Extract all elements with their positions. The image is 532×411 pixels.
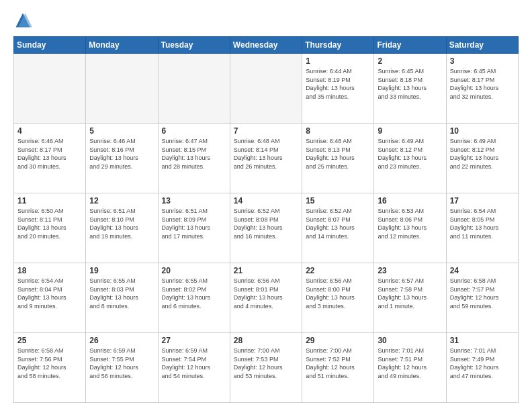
day-cell: 24Sunrise: 6:58 AM Sunset: 7:57 PM Dayli… (446, 263, 518, 333)
week-row-1: 1Sunrise: 6:44 AM Sunset: 8:19 PM Daylig… (14, 54, 519, 124)
day-cell (230, 54, 302, 124)
day-number: 17 (450, 196, 515, 205)
day-info: Sunrise: 7:01 AM Sunset: 7:49 PM Dayligh… (450, 347, 515, 380)
day-header-saturday: Saturday (446, 37, 518, 54)
day-cell: 31Sunrise: 7:01 AM Sunset: 7:49 PM Dayli… (446, 333, 518, 403)
day-info: Sunrise: 6:54 AM Sunset: 8:04 PM Dayligh… (17, 277, 82, 310)
day-cell: 11Sunrise: 6:50 AM Sunset: 8:11 PM Dayli… (14, 193, 86, 263)
day-cell: 20Sunrise: 6:55 AM Sunset: 8:02 PM Dayli… (158, 263, 230, 333)
day-number: 21 (234, 266, 298, 275)
day-number: 14 (234, 196, 298, 205)
day-info: Sunrise: 7:00 AM Sunset: 7:52 PM Dayligh… (306, 347, 370, 380)
calendar-header: SundayMondayTuesdayWednesdayThursdayFrid… (14, 37, 519, 54)
day-cell: 21Sunrise: 6:56 AM Sunset: 8:01 PM Dayli… (230, 263, 302, 333)
day-cell: 5Sunrise: 6:46 AM Sunset: 8:16 PM Daylig… (86, 124, 158, 193)
day-number: 19 (89, 266, 154, 275)
day-header-thursday: Thursday (302, 37, 374, 54)
day-info: Sunrise: 7:00 AM Sunset: 7:53 PM Dayligh… (234, 347, 298, 380)
day-cell: 13Sunrise: 6:51 AM Sunset: 8:09 PM Dayli… (158, 193, 230, 263)
day-number: 2 (378, 56, 442, 66)
day-cell: 10Sunrise: 6:49 AM Sunset: 8:12 PM Dayli… (446, 124, 518, 193)
day-number: 15 (306, 196, 370, 205)
day-info: Sunrise: 6:56 AM Sunset: 8:01 PM Dayligh… (234, 277, 298, 310)
day-info: Sunrise: 6:46 AM Sunset: 8:16 PM Dayligh… (89, 137, 154, 171)
day-info: Sunrise: 6:53 AM Sunset: 8:06 PM Dayligh… (378, 207, 442, 240)
day-cell: 8Sunrise: 6:48 AM Sunset: 8:13 PM Daylig… (302, 124, 374, 193)
header (13, 11, 519, 30)
day-number: 18 (17, 266, 82, 275)
day-info: Sunrise: 6:51 AM Sunset: 8:10 PM Dayligh… (89, 207, 154, 240)
day-cell: 19Sunrise: 6:55 AM Sunset: 8:03 PM Dayli… (86, 263, 158, 333)
week-row-3: 11Sunrise: 6:50 AM Sunset: 8:11 PM Dayli… (14, 193, 519, 263)
day-cell: 6Sunrise: 6:47 AM Sunset: 8:15 PM Daylig… (158, 124, 230, 193)
day-info: Sunrise: 6:57 AM Sunset: 7:58 PM Dayligh… (378, 277, 442, 310)
day-number: 11 (17, 196, 82, 205)
day-cell: 9Sunrise: 6:49 AM Sunset: 8:12 PM Daylig… (374, 124, 446, 193)
day-cell: 29Sunrise: 7:00 AM Sunset: 7:52 PM Dayli… (302, 333, 374, 403)
day-number: 12 (89, 196, 154, 205)
logo-icon (13, 11, 32, 30)
day-cell: 3Sunrise: 6:45 AM Sunset: 8:17 PM Daylig… (446, 54, 518, 124)
day-number: 28 (234, 336, 298, 345)
day-cell (158, 54, 230, 124)
day-number: 25 (17, 336, 82, 345)
day-cell: 15Sunrise: 6:52 AM Sunset: 8:07 PM Dayli… (302, 193, 374, 263)
day-cell: 28Sunrise: 7:00 AM Sunset: 7:53 PM Dayli… (230, 333, 302, 403)
day-number: 3 (450, 56, 515, 66)
day-info: Sunrise: 6:48 AM Sunset: 8:13 PM Dayligh… (306, 137, 370, 171)
page: SundayMondayTuesdayWednesdayThursdayFrid… (0, 0, 532, 411)
day-cell: 23Sunrise: 6:57 AM Sunset: 7:58 PM Dayli… (374, 263, 446, 333)
day-cell: 16Sunrise: 6:53 AM Sunset: 8:06 PM Dayli… (374, 193, 446, 263)
day-header-friday: Friday (374, 37, 446, 54)
day-header-monday: Monday (86, 37, 158, 54)
day-cell: 27Sunrise: 6:59 AM Sunset: 7:54 PM Dayli… (158, 333, 230, 403)
day-header-sunday: Sunday (14, 37, 86, 54)
day-cell: 1Sunrise: 6:44 AM Sunset: 8:19 PM Daylig… (302, 54, 374, 124)
day-number: 30 (378, 336, 442, 345)
day-cell: 22Sunrise: 6:56 AM Sunset: 8:00 PM Dayli… (302, 263, 374, 333)
day-cell: 17Sunrise: 6:54 AM Sunset: 8:05 PM Dayli… (446, 193, 518, 263)
day-info: Sunrise: 6:51 AM Sunset: 8:09 PM Dayligh… (162, 207, 226, 240)
day-info: Sunrise: 6:47 AM Sunset: 8:15 PM Dayligh… (162, 137, 226, 171)
day-info: Sunrise: 6:48 AM Sunset: 8:14 PM Dayligh… (234, 137, 298, 171)
day-cell: 30Sunrise: 7:01 AM Sunset: 7:51 PM Dayli… (374, 333, 446, 403)
day-number: 10 (450, 126, 515, 136)
day-cell: 12Sunrise: 6:51 AM Sunset: 8:10 PM Dayli… (86, 193, 158, 263)
day-info: Sunrise: 6:54 AM Sunset: 8:05 PM Dayligh… (450, 207, 515, 240)
day-info: Sunrise: 6:58 AM Sunset: 7:57 PM Dayligh… (450, 277, 515, 310)
day-number: 29 (306, 336, 370, 345)
day-info: Sunrise: 6:56 AM Sunset: 8:00 PM Dayligh… (306, 277, 370, 310)
day-header-tuesday: Tuesday (158, 37, 230, 54)
day-info: Sunrise: 6:59 AM Sunset: 7:55 PM Dayligh… (89, 347, 154, 380)
day-info: Sunrise: 6:46 AM Sunset: 8:17 PM Dayligh… (17, 137, 82, 171)
day-number: 9 (378, 126, 442, 136)
day-number: 20 (162, 266, 226, 275)
day-number: 7 (234, 126, 298, 136)
day-number: 24 (450, 266, 515, 275)
day-info: Sunrise: 6:45 AM Sunset: 8:18 PM Dayligh… (378, 67, 442, 101)
day-info: Sunrise: 6:44 AM Sunset: 8:19 PM Dayligh… (306, 67, 370, 101)
day-number: 1 (306, 56, 370, 66)
day-cell (86, 54, 158, 124)
day-info: Sunrise: 6:52 AM Sunset: 8:07 PM Dayligh… (306, 207, 370, 240)
day-cell: 2Sunrise: 6:45 AM Sunset: 8:18 PM Daylig… (374, 54, 446, 124)
day-number: 6 (162, 126, 226, 136)
day-number: 22 (306, 266, 370, 275)
day-cell: 14Sunrise: 6:52 AM Sunset: 8:08 PM Dayli… (230, 193, 302, 263)
day-number: 4 (17, 126, 82, 136)
day-number: 27 (162, 336, 226, 345)
day-number: 26 (89, 336, 154, 345)
day-info: Sunrise: 6:55 AM Sunset: 8:02 PM Dayligh… (162, 277, 226, 310)
day-cell: 25Sunrise: 6:58 AM Sunset: 7:56 PM Dayli… (14, 333, 86, 403)
day-number: 13 (162, 196, 226, 205)
day-number: 5 (89, 126, 154, 136)
day-cell: 26Sunrise: 6:59 AM Sunset: 7:55 PM Dayli… (86, 333, 158, 403)
day-info: Sunrise: 6:59 AM Sunset: 7:54 PM Dayligh… (162, 347, 226, 380)
day-info: Sunrise: 7:01 AM Sunset: 7:51 PM Dayligh… (378, 347, 442, 380)
week-row-2: 4Sunrise: 6:46 AM Sunset: 8:17 PM Daylig… (14, 124, 519, 193)
day-info: Sunrise: 6:55 AM Sunset: 8:03 PM Dayligh… (89, 277, 154, 310)
day-cell: 18Sunrise: 6:54 AM Sunset: 8:04 PM Dayli… (14, 263, 86, 333)
day-number: 31 (450, 336, 515, 345)
header-row: SundayMondayTuesdayWednesdayThursdayFrid… (14, 37, 519, 54)
day-info: Sunrise: 6:52 AM Sunset: 8:08 PM Dayligh… (234, 207, 298, 240)
